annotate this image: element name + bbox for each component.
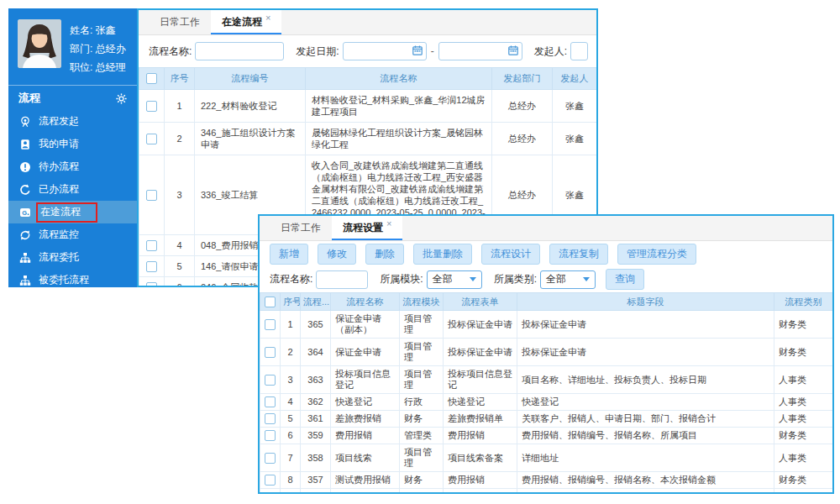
row-no: 5 — [281, 411, 301, 428]
toolbar-button[interactable]: 批量删除 — [413, 244, 472, 265]
start-dept: 总经办 — [492, 90, 553, 123]
row-checkbox[interactable] — [265, 453, 276, 464]
process-form: 快递登记 — [444, 394, 517, 411]
table-row[interactable]: 5 361 差旅费报销 财务 差旅费报销单 关联客户、报销人、申请日期、部门、报… — [260, 411, 833, 428]
tab-daily-work[interactable]: 日常工作 — [149, 10, 211, 34]
process-module: 项目管理 — [400, 311, 444, 339]
title-fields: 费用报销、报销编号、报销名称、所属项目 — [517, 428, 774, 444]
row-checkbox[interactable] — [146, 101, 157, 112]
process-category: 人事类 — [774, 489, 833, 495]
process-form: 投标保证金申请 — [444, 311, 517, 339]
module-selected-value: 全部 — [433, 272, 453, 286]
avatar-photo — [18, 19, 61, 68]
sidebar-item-my-applications[interactable]: 我的申请 — [8, 133, 137, 155]
sidebar-item-process-monitor[interactable]: 流程监控 — [8, 223, 137, 246]
process-category: 财务类 — [774, 428, 833, 444]
sidebar-item-process-delegation[interactable]: 流程委托 — [8, 246, 137, 269]
table-row[interactable]: 9 356 设计审查 项目管理 设计审查 设计审查、项目名称、专业、设计人、制单… — [260, 489, 833, 495]
row-checkbox[interactable] — [265, 396, 276, 407]
start-dept: 总经办 — [492, 123, 553, 155]
start-date-from-input[interactable] — [343, 42, 427, 60]
process-name-input[interactable] — [195, 42, 284, 60]
select-all-checkbox[interactable] — [265, 297, 276, 307]
sidebar-item-process-start[interactable]: 流程发起 — [8, 110, 137, 133]
tab-in-transit[interactable]: 在途流程× — [211, 10, 281, 34]
process-name: 材料验收登记_材料采购_张鑫_华润12城房建工程项目 — [306, 90, 492, 123]
table-row[interactable]: 2 346_施工组织设计方案申请 晟铭园林绿化工程组织设计方案_晟铭园林绿化工程… — [139, 123, 597, 155]
row-checkbox[interactable] — [146, 261, 157, 272]
sidebar-item-done-processes[interactable]: 已办流程 — [8, 178, 137, 201]
close-tab-icon[interactable]: × — [386, 218, 391, 228]
process-code: 365 — [301, 311, 331, 339]
sidebar-item-label: 在途流程 — [40, 206, 81, 218]
start-date-to-input[interactable] — [438, 42, 522, 60]
table-header-row: 序号 流程编号 流程名称 发起部门 发起人 — [139, 68, 597, 90]
row-no: 6 — [165, 277, 195, 288]
process-code: 356 — [301, 489, 331, 495]
sidebar-item-label: 流程委托 — [39, 250, 79, 265]
row-checkbox[interactable] — [146, 240, 157, 251]
category-select[interactable]: 全部 — [540, 270, 596, 289]
row-no: 6 — [281, 428, 301, 444]
sidebar-item-todo-processes[interactable]: 待办流程 — [8, 155, 137, 178]
row-no: 2 — [165, 123, 195, 155]
row-checkbox[interactable] — [265, 430, 276, 441]
table-row[interactable]: 2 364 保证金申请 项目管理 投标保证金申请 投标保证金申请 财务类 — [260, 339, 833, 366]
sitemap-icon — [19, 252, 31, 264]
row-checkbox[interactable] — [265, 319, 276, 330]
process-name: 差旅费报销 — [331, 411, 400, 428]
process-name: 设计审查 — [331, 489, 400, 495]
toolbar-button[interactable]: 删除 — [365, 244, 404, 265]
toolbar-button[interactable]: 管理流程分类 — [617, 244, 696, 265]
row-checkbox[interactable] — [265, 375, 276, 386]
user-profile: 姓名: 张鑫 部门: 总经办 职位: 总经理 — [8, 8, 137, 85]
row-checkbox[interactable] — [265, 475, 276, 486]
process-name-label: 流程名称: — [270, 272, 312, 286]
user-title: 总经理 — [96, 61, 126, 73]
process-module: 财务 — [400, 472, 444, 489]
col-header-process-code: 流程编号 — [195, 68, 306, 90]
calendar-icon[interactable] — [412, 45, 423, 58]
search-button[interactable]: 查询 — [606, 269, 644, 290]
table-row[interactable]: 6 359 费用报销 管理类 费用报销 费用报销、报销编号、报销名称、所属项目 … — [260, 428, 833, 444]
toolbar-button[interactable]: 新增 — [270, 244, 308, 265]
table-row[interactable]: 1 222_材料验收登记 材料验收登记_材料采购_张鑫_华润12城房建工程项目 … — [139, 90, 597, 123]
process-category: 人事类 — [774, 444, 833, 472]
gear-icon[interactable] — [116, 93, 127, 104]
process-module: 管理类 — [400, 428, 444, 444]
row-no: 4 — [165, 235, 195, 256]
toolbar-button[interactable]: 流程设计 — [481, 244, 540, 265]
tab-bar: 日常工作 流程设置× — [260, 216, 832, 241]
table-row[interactable]: 8 357 测试费用报销 财务 费用报销 费用报销、报销编号、报销名称、本次报销… — [260, 472, 833, 489]
row-checkbox[interactable] — [146, 134, 157, 144]
row-checkbox[interactable] — [146, 190, 157, 201]
user-title-row: 职位: 总经理 — [70, 58, 126, 76]
sidebar-item-in-transit-processes[interactable]: G 在途流程 — [8, 201, 137, 223]
table-row[interactable]: 4 362 快递登记 行政 快递登记 快递登记 人事类 — [260, 394, 833, 411]
module-select[interactable]: 全部 — [427, 270, 482, 289]
row-checkbox[interactable] — [265, 347, 276, 358]
start-date-label: 发起日期: — [296, 45, 339, 59]
calendar-icon[interactable] — [508, 45, 518, 58]
row-checkbox[interactable] — [265, 413, 276, 424]
select-all-checkbox[interactable] — [146, 73, 157, 84]
sidebar-item-delegated-processes[interactable]: 被委托流程 — [8, 269, 137, 291]
close-tab-icon[interactable]: × — [265, 13, 270, 23]
sidebar-section-header: 流程 — [8, 85, 137, 110]
process-name-input[interactable] — [316, 270, 368, 289]
toolbar-button[interactable]: 流程复制 — [549, 244, 608, 265]
process-code: 358 — [301, 444, 331, 472]
table-row[interactable]: 7 358 项目线索 项目管理 项目线索备案 详细地址 人事类 — [260, 444, 833, 472]
row-checkbox[interactable] — [146, 282, 157, 288]
starter-input[interactable] — [570, 42, 588, 60]
process-code: 362 — [301, 394, 331, 411]
toolbar-button[interactable]: 修改 — [318, 244, 356, 265]
table-row[interactable]: 3 363 投标项目信息登记 项目管理 投标项目信息登记 项目名称、详细地址、投… — [260, 366, 833, 394]
col-header-process-category: 流程类别 — [774, 293, 833, 311]
table-row[interactable]: 1 365 保证金申请（副本） 项目管理 投标保证金申请 投标保证金申请 财务类 — [260, 311, 833, 339]
sidebar: 姓名: 张鑫 部门: 总经办 职位: 总经理 流程 流程发起 — [8, 8, 137, 287]
tab-process-settings[interactable]: 流程设置× — [332, 216, 402, 240]
row-no: 9 — [281, 489, 301, 495]
tab-daily-work[interactable]: 日常工作 — [270, 216, 332, 240]
process-name: 保证金申请（副本） — [331, 311, 400, 339]
